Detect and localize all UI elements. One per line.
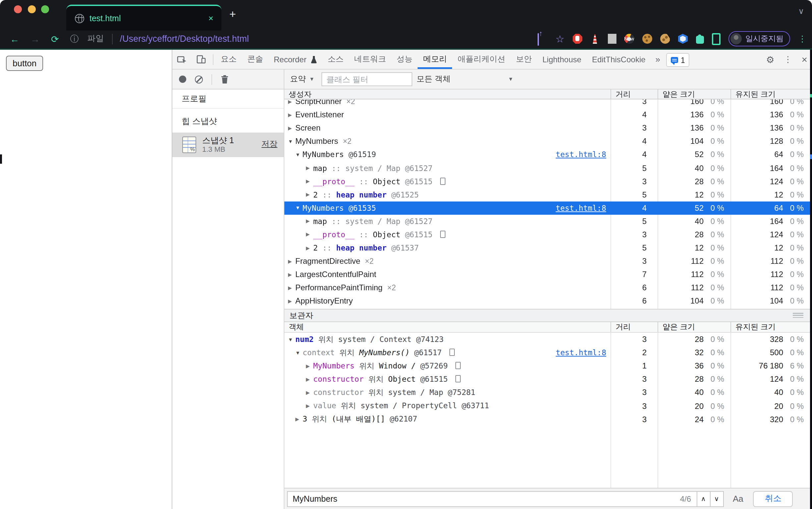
collapse-arrow-icon[interactable]: ▼ xyxy=(295,205,303,211)
collapse-arrow-icon[interactable]: ▼ xyxy=(288,336,295,342)
match-case-toggle[interactable]: Aa xyxy=(733,494,743,504)
expand-arrow-icon[interactable]: ▶ xyxy=(306,403,313,409)
expand-arrow-icon[interactable]: ▶ xyxy=(288,258,295,264)
class-filter-input[interactable] xyxy=(322,72,413,86)
inspect-element-icon[interactable] xyxy=(172,50,192,69)
window-close-button[interactable] xyxy=(14,5,22,13)
retainer-row[interactable]: ▶constructor 위치 Object @61515 3280 %1240… xyxy=(284,373,810,386)
expand-arrow-icon[interactable]: ▶ xyxy=(306,232,313,238)
devtools-tab-7[interactable]: 메모리 xyxy=(418,50,452,69)
constructor-row[interactable]: ▼MyNumbers @61535test.html:84520 %640 % xyxy=(284,201,810,215)
constructor-row[interactable]: ▶EventListener41360 %1360 % xyxy=(284,108,810,121)
record-heap-icon[interactable] xyxy=(179,75,186,83)
expand-arrow-icon[interactable]: ▶ xyxy=(288,298,295,304)
constructor-row[interactable]: ▼MyNumbers @61519test.html:84520 %640 % xyxy=(284,148,810,161)
collapse-arrow-icon[interactable]: ▼ xyxy=(295,350,303,355)
col-retained-size[interactable]: 유지된 크기 xyxy=(730,322,810,332)
search-input[interactable] xyxy=(287,494,680,503)
retainers-section-bar[interactable]: 보관자 xyxy=(284,309,810,322)
expand-arrow-icon[interactable]: ▶ xyxy=(306,376,313,382)
delete-profile-icon[interactable] xyxy=(221,74,229,84)
devtools-tab-3[interactable]: Recorder xyxy=(268,50,323,69)
new-tab-button[interactable]: + xyxy=(229,8,236,21)
adblock-extension-icon[interactable] xyxy=(572,34,582,44)
constructor-row[interactable]: ▶Screen31360 %1360 % xyxy=(284,121,810,135)
col-shallow-size[interactable]: 얕은 크기 xyxy=(657,322,730,332)
retainer-row[interactable]: ▶MyNumbers 위치 Window / @57269 1360 %76 1… xyxy=(284,359,810,372)
expand-arrow-icon[interactable]: ▶ xyxy=(288,125,295,131)
devtools-tab-6[interactable]: 성능 xyxy=(392,50,418,69)
perspective-select[interactable]: 요약▼ xyxy=(290,74,314,85)
forward-button[interactable]: → xyxy=(31,33,40,44)
hexagon-extension-icon[interactable] xyxy=(678,34,688,44)
expand-arrow-icon[interactable]: ▶ xyxy=(306,245,313,251)
source-link[interactable]: test.html:8 xyxy=(556,203,606,213)
devtools-tab-1[interactable]: 요소 xyxy=(215,50,242,69)
expand-arrow-icon[interactable]: ▶ xyxy=(288,99,295,104)
constructor-row[interactable]: ▶2 :: heap number @615375120 %120 % xyxy=(284,241,810,254)
expand-arrow-icon[interactable]: ▶ xyxy=(306,192,313,198)
constructor-row[interactable]: ▶ScriptRunner×231600 %1600 % xyxy=(284,99,810,108)
devtools-tab-8[interactable]: 애플리케이션 xyxy=(452,50,511,69)
device-toolbar-icon[interactable] xyxy=(192,50,211,69)
feedback-button[interactable]: 1 xyxy=(666,53,690,67)
search-next-button[interactable]: ∨ xyxy=(710,491,723,507)
constructor-row[interactable]: ▶map :: system / Map @615275400 %1640 % xyxy=(284,161,810,175)
expand-arrow-icon[interactable]: ▶ xyxy=(306,363,313,369)
constructor-row[interactable]: ▶2 :: heap number @615255120 %120 % xyxy=(284,188,810,201)
devtools-tab-9[interactable]: 보안 xyxy=(511,50,537,69)
col-object[interactable]: 객체 xyxy=(284,322,610,332)
settings-gear-icon[interactable]: ⚙ xyxy=(761,54,779,65)
sidebar-extension-icon[interactable] xyxy=(712,33,720,45)
cancel-search-button[interactable]: 취소 xyxy=(753,491,793,507)
devtools-tab-2[interactable]: 콘솔 xyxy=(242,50,268,69)
window-zoom-button[interactable] xyxy=(41,5,49,13)
devtools-tab-10[interactable]: Lighthouse xyxy=(537,50,587,69)
tab-list-chevron-icon[interactable]: ∨ xyxy=(798,7,804,16)
devtools-tab-5[interactable]: 네트워크 xyxy=(349,50,392,69)
bookmark-star-icon[interactable]: ☆ xyxy=(555,34,565,44)
scroll-marker-strip[interactable] xyxy=(810,50,812,509)
col-distance[interactable]: 거리 xyxy=(610,322,657,332)
chrome-update-icon[interactable]: New xyxy=(624,34,634,44)
constructor-row[interactable]: ▶AppHistoryEntry61040 %1040 % xyxy=(284,295,810,308)
retainer-row[interactable]: ▼context 위치 MyNumbers() @61517 test.html… xyxy=(284,346,810,359)
url-text[interactable]: /Users/yceffort/Desktop/test.html xyxy=(120,34,249,44)
expand-arrow-icon[interactable]: ▶ xyxy=(306,390,313,396)
object-scope-select[interactable]: 모든 객체▼ xyxy=(417,74,513,85)
constructor-row[interactable]: ▶map :: system / Map @615275400 %1640 % xyxy=(284,215,810,228)
retainer-row[interactable]: ▼num2 위치 system / Context @741233280 %32… xyxy=(284,333,810,346)
site-info-icon[interactable]: ⓘ xyxy=(70,33,78,45)
profile-chip[interactable]: 일시중지됨 xyxy=(728,31,790,46)
expand-arrow-icon[interactable]: ▶ xyxy=(306,178,313,184)
extension-icon[interactable] xyxy=(608,34,616,44)
more-tabs-button[interactable]: » xyxy=(651,50,665,69)
browser-menu-icon[interactable]: ⋮ xyxy=(798,34,807,44)
retainer-row[interactable]: ▶3 위치 (내부 배열)[] @621073240 %3200 % xyxy=(284,413,810,426)
devtools-menu-icon[interactable]: ⋮ xyxy=(779,54,797,64)
col-retained-size[interactable]: 유지된 크기 xyxy=(730,90,810,99)
expand-arrow-icon[interactable]: ▶ xyxy=(288,272,295,278)
extensions-puzzle-icon[interactable] xyxy=(696,36,704,44)
constructor-row[interactable]: ▶LargestContentfulPaint71120 %1120 % xyxy=(284,268,810,281)
expand-arrow-icon[interactable]: ▶ xyxy=(306,165,313,171)
source-link[interactable]: test.html:8 xyxy=(556,348,606,357)
browser-tab[interactable]: test.html × xyxy=(66,5,222,31)
expand-arrow-icon[interactable]: ▶ xyxy=(295,416,303,422)
cookie-extension-icon[interactable] xyxy=(642,34,652,44)
page-button[interactable]: button xyxy=(6,56,43,71)
constructor-row[interactable]: ▶FragmentDirective×231120 %1120 % xyxy=(284,254,810,268)
back-button[interactable]: ← xyxy=(10,33,19,44)
save-link[interactable]: 저장 xyxy=(262,138,277,150)
lighthouse-extension-icon[interactable] xyxy=(591,34,598,44)
constructor-row[interactable]: ▶__proto__ :: Object @61515 3280 %1240 % xyxy=(284,175,810,188)
cookie-bite-extension-icon[interactable] xyxy=(660,34,670,44)
collapse-arrow-icon[interactable]: ▼ xyxy=(295,152,303,158)
constructor-row[interactable]: ▼MyNumbers×241040 %1280 % xyxy=(284,135,810,148)
share-icon[interactable] xyxy=(538,34,547,44)
window-minimize-button[interactable] xyxy=(28,5,35,13)
expand-arrow-icon[interactable]: ▶ xyxy=(288,112,295,117)
devtools-tab-11[interactable]: EditThisCookie xyxy=(587,50,651,69)
constructor-row[interactable]: ▶__proto__ :: Object @61515 3280 %1240 % xyxy=(284,228,810,241)
tab-close-icon[interactable]: × xyxy=(208,13,213,23)
